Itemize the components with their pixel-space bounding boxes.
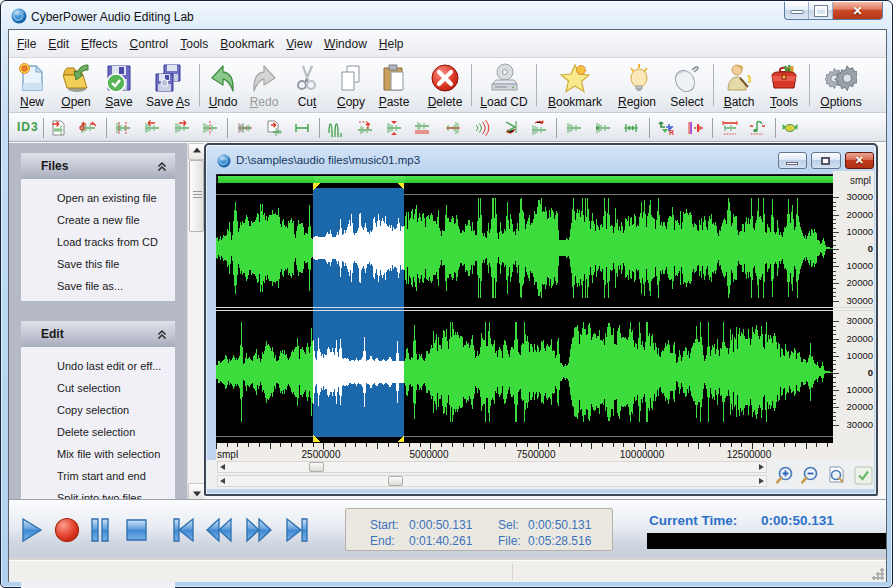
svg-text:R: R xyxy=(669,129,674,136)
